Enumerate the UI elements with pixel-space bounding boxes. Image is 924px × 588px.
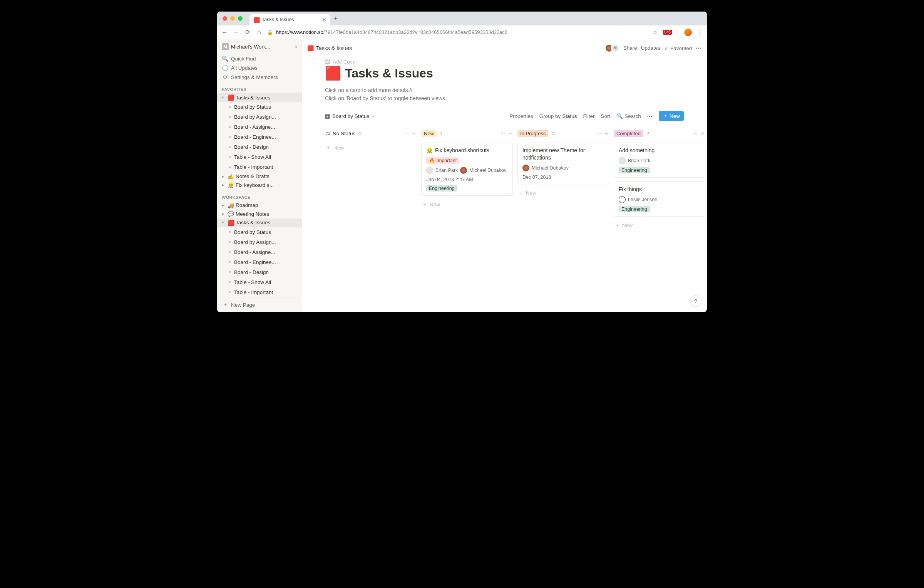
plus-icon: ＋	[223, 301, 228, 308]
chevron-right-icon[interactable]: ▶	[220, 175, 226, 178]
extension-badge[interactable]: 🛡6	[663, 30, 672, 35]
sidebar-subitem[interactable]: •Board - Design	[224, 267, 302, 277]
column-add-icon[interactable]: ＋	[411, 130, 417, 137]
properties-button[interactable]: Properties	[509, 113, 533, 119]
card[interactable]: 👷Fix keyboard shortcuts 🔥 Important Bria…	[421, 143, 513, 196]
url-path: /79147fe0ba1a4b34874c0321abb3a26d?v=83c0…	[323, 29, 507, 35]
chevron-right-icon[interactable]: ▶	[220, 212, 226, 216]
bullet-icon: •	[227, 114, 233, 120]
minimize-window-icon[interactable]	[230, 16, 235, 21]
sidebar-subitem[interactable]: •Board - Enginee...	[224, 257, 302, 267]
chevron-right-icon[interactable]: ▶	[220, 183, 226, 187]
presence-avatars[interactable]: M	[605, 44, 619, 52]
plus-icon: ＋	[326, 144, 331, 151]
sort-button[interactable]: Sort	[601, 113, 610, 119]
sidebar-subitem[interactable]: •Board by Status	[224, 227, 302, 237]
browser-menu-icon[interactable]: ⋮	[697, 29, 703, 36]
sidebar-all-updates[interactable]: 🕘All Updates	[217, 63, 302, 72]
workspace-switcher[interactable]: M Michael's Work... ⇅	[217, 39, 302, 54]
column-header: Completed 2 ···＋	[614, 128, 705, 139]
sidebar-subitem[interactable]: •Board - Assigne...	[224, 122, 302, 132]
url-field[interactable]: 🔒 https://www.notion.so/79147fe0ba1a4b34…	[267, 29, 648, 35]
view-more-icon[interactable]: ···	[647, 113, 653, 119]
column-more-icon[interactable]: ···	[500, 130, 505, 137]
chevron-down-icon[interactable]: ▼	[220, 221, 226, 225]
new-button[interactable]: ＋New	[659, 111, 684, 121]
chevron-down-icon[interactable]: ▼	[220, 96, 226, 99]
card[interactable]: Fix things Leslie Jensen Engineering	[614, 181, 705, 217]
share-button[interactable]: Share	[623, 45, 637, 51]
page-subtitle[interactable]: Click on a card to add more details.// C…	[325, 86, 684, 102]
column-label: In Progress	[517, 130, 548, 137]
add-card-button[interactable]: ＋New	[517, 188, 609, 198]
favorited-button[interactable]: ✓Favorited	[664, 45, 692, 51]
new-tab-button[interactable]: +	[330, 13, 341, 24]
column-more-icon[interactable]: ···	[404, 130, 409, 137]
bullet-icon: •	[227, 279, 233, 285]
profile-avatar-icon[interactable]	[684, 29, 692, 36]
avatar-icon: M	[611, 44, 619, 52]
updates-button[interactable]: Updates	[641, 45, 660, 51]
page-icon: 🟥	[227, 94, 234, 101]
sidebar-subitem[interactable]: •Board by Assign...	[224, 112, 302, 122]
sidebar-subitem[interactable]: •Table - Important	[224, 287, 302, 297]
column-add-icon[interactable]: ＋	[604, 130, 609, 137]
sidebar-subitem[interactable]: •Board by Assign...	[224, 237, 302, 247]
sidebar-item-notes[interactable]: ▶✍️Notes & Drafts	[217, 172, 302, 181]
close-window-icon[interactable]	[223, 16, 227, 21]
column-add-icon[interactable]: ＋	[700, 130, 705, 137]
column-add-icon[interactable]: ＋	[507, 130, 513, 137]
address-bar: ← → ⟳ ⌂ 🔒 https://www.notion.so/79147fe0…	[217, 25, 707, 39]
bullet-icon: •	[227, 134, 233, 140]
workspace-icon: M	[222, 43, 229, 50]
sidebar-settings[interactable]: ⚙Settings & Members	[217, 72, 302, 82]
new-page-button[interactable]: ＋New Page	[217, 297, 302, 312]
close-tab-icon[interactable]: ✕	[322, 17, 326, 23]
sidebar-item-meeting[interactable]: ▶💬Meeting Notes	[217, 210, 302, 218]
sidebar-item-roadmap[interactable]: ▶🚚Roadmap	[217, 201, 302, 210]
bullet-icon: •	[227, 144, 233, 150]
sidebar-subitem[interactable]: •Table - Show All	[224, 152, 302, 162]
sidebar-subitem[interactable]: •Board - Enginee...	[224, 132, 302, 142]
sidebar-item-fix-keyboard[interactable]: ▶👷Fix keyboard s...	[217, 181, 302, 190]
page-icon: 👷	[227, 182, 234, 188]
chevron-right-icon[interactable]: ▶	[220, 203, 226, 207]
add-card-button[interactable]: ＋New	[421, 200, 513, 210]
sidebar-quick-find[interactable]: 🔍Quick Find	[217, 54, 302, 63]
bullet-icon: •	[227, 289, 233, 295]
groupby-button[interactable]: Group by Status	[539, 113, 577, 119]
column-header: 🗂No Status 0 ···＋	[325, 128, 417, 139]
reload-button[interactable]: ⟳	[244, 29, 251, 36]
sidebar-subitem[interactable]: •Table - Show All	[224, 277, 302, 287]
back-button[interactable]: ←	[221, 29, 228, 36]
sidebar-subitem[interactable]: •Board - Assigne...	[224, 247, 302, 257]
search-button[interactable]: 🔍 Search	[616, 113, 641, 119]
plus-icon: ＋	[422, 201, 427, 208]
page-title[interactable]: Tasks & Issues	[345, 66, 433, 81]
filter-button[interactable]: Filter	[583, 113, 594, 119]
add-cover-button[interactable]: 🖼Add Cover	[325, 59, 684, 65]
sidebar-item-tasks-issues[interactable]: ▼🟥Tasks & Issues	[217, 93, 302, 102]
home-button[interactable]: ⌂	[256, 29, 263, 36]
column-more-icon[interactable]: ···	[693, 130, 698, 137]
breadcrumb[interactable]: 🟥Tasks & Issues	[307, 45, 352, 51]
help-button[interactable]: ?	[690, 295, 701, 307]
browser-tab[interactable]: 🟥 Tasks & Issues ✕	[249, 14, 330, 25]
app: M Michael's Work... ⇅ 🔍Quick Find 🕘All U…	[217, 39, 707, 312]
card-people: Brian Park Michael Dubakov	[426, 167, 508, 174]
view-selector[interactable]: ▦ Board by Status ⌄	[325, 113, 375, 119]
sidebar-subitem[interactable]: •Board - Design	[224, 142, 302, 152]
sidebar-item-tasks-issues-ws[interactable]: ▼🟥Tasks & Issues	[217, 218, 302, 227]
add-card-button[interactable]: ＋New	[614, 220, 705, 230]
card[interactable]: Add something Brian Park Engineering	[614, 143, 705, 178]
column-more-icon[interactable]: ···	[597, 130, 601, 137]
more-menu-icon[interactable]: ···	[696, 45, 701, 51]
sidebar-subitem[interactable]: •Table - Important	[224, 162, 302, 172]
add-card-button[interactable]: ＋New	[325, 143, 417, 153]
browser-window: 🟥 Tasks & Issues ✕ + ← → ⟳ ⌂ 🔒 https://w…	[217, 12, 707, 312]
star-icon[interactable]: ☆	[653, 29, 658, 36]
card[interactable]: Implement new Theme for notifications Mi…	[517, 143, 609, 184]
maximize-window-icon[interactable]	[238, 16, 243, 21]
sidebar-subitem[interactable]: •Board by Status	[224, 102, 302, 112]
page-title-icon[interactable]: 🟥	[325, 66, 341, 81]
